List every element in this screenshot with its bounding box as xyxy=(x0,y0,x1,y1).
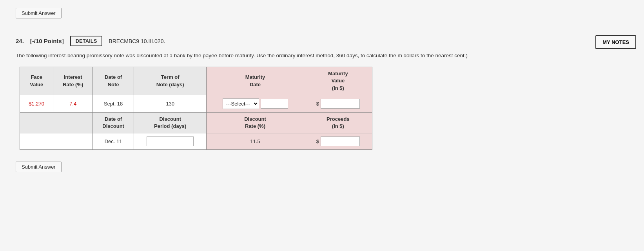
question-text: The following interest-bearing promissor… xyxy=(16,52,564,60)
points-label: [-/10 Points] xyxy=(30,38,64,44)
col-header-discount-period: DiscountPeriod (days) xyxy=(134,112,207,133)
cell-maturity-date: ---Select--- Jan. Feb. Mar. Apr. May Jun… xyxy=(207,95,304,112)
maturity-date-day-input[interactable] xyxy=(261,99,288,109)
discount-period-input[interactable] xyxy=(147,136,194,146)
cell-discount-period xyxy=(134,133,207,150)
question-number: 24. xyxy=(16,38,24,44)
maturity-date-month-select[interactable]: ---Select--- Jan. Feb. Mar. Apr. May Jun… xyxy=(223,98,259,109)
col-header-term-of-note: Term ofNote (days) xyxy=(134,67,207,95)
cell-date-of-discount: Dec. 11 xyxy=(93,133,134,150)
my-notes-button[interactable]: MY NOTES xyxy=(595,35,636,49)
cell-maturity-value: $ xyxy=(304,95,372,112)
cell-interest-rate: 7.4 xyxy=(53,95,93,112)
submit-answer-bottom-button[interactable]: Submit Answer xyxy=(16,162,62,172)
maturity-value-dollar-sign: $ xyxy=(316,101,319,107)
col-header-face-value: FaceValue xyxy=(20,67,53,95)
col-header-maturity-date: MaturityDate xyxy=(207,67,304,95)
cell-discount-rate: 11.5 xyxy=(207,133,304,150)
proceeds-input[interactable] xyxy=(321,136,360,146)
col-header-maturity-value: MaturityValue(in $) xyxy=(304,67,372,95)
proceeds-dollar-sign: $ xyxy=(316,138,319,144)
question-code: BRECMBC9 10.III.020. xyxy=(109,38,165,44)
main-table-container: FaceValue InterestRate (%) Date ofNote T… xyxy=(20,67,628,150)
cell-proceeds: $ xyxy=(304,133,372,150)
cell-date-of-note: Sept. 18 xyxy=(93,95,134,112)
maturity-value-input[interactable] xyxy=(321,99,360,109)
cell-term-of-note: 130 xyxy=(134,95,207,112)
col-header-interest-rate: InterestRate (%) xyxy=(53,67,93,95)
cell-face-value: $1,270 xyxy=(20,95,53,112)
col-header-discount-rate: DiscountRate (%) xyxy=(207,112,304,133)
details-badge: DETAILS xyxy=(70,36,103,46)
submit-answer-top-button[interactable]: Submit Answer xyxy=(16,8,62,18)
col-header-date-of-note: Date ofNote xyxy=(93,67,134,95)
promissory-note-table: FaceValue InterestRate (%) Date ofNote T… xyxy=(20,67,372,150)
col-header-date-of-discount: Date ofDiscount xyxy=(93,112,134,133)
col-header-proceeds: Proceeds(in $) xyxy=(304,112,372,133)
